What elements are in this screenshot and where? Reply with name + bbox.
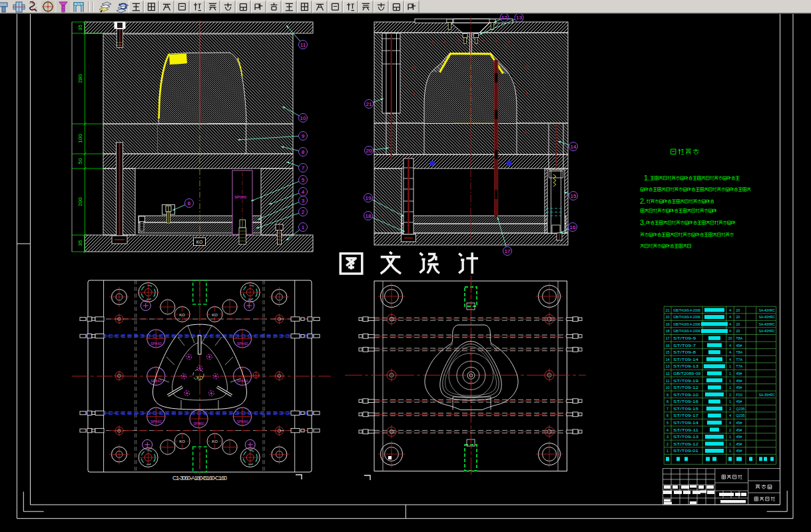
svg-text:1: 1 (729, 442, 731, 446)
svg-text:8: 8 (302, 149, 305, 155)
svg-text:3: 3 (302, 198, 305, 204)
svg-text:5: 5 (667, 421, 669, 425)
svg-text:1: 1 (667, 449, 669, 453)
svg-text:8: 8 (667, 399, 669, 403)
svg-text:4: 4 (729, 350, 731, 354)
svg-text:GB/T2089-09: GB/T2089-09 (673, 372, 700, 376)
svg-text:1: 1 (729, 379, 731, 383)
svg-text:280: 280 (77, 74, 83, 83)
svg-text:45#: 45# (736, 399, 742, 403)
svg-text:17: 17 (666, 336, 670, 340)
svg-text:20: 20 (728, 336, 732, 340)
svg-text:SA-40HRC: SA-40HRC (759, 322, 775, 326)
svg-text:SPA60: SPA60 (150, 379, 162, 383)
svg-text:45#: 45# (736, 372, 742, 376)
svg-text:2: 2 (729, 393, 731, 397)
svg-text:4: 4 (729, 358, 731, 362)
svg-text:7: 7 (667, 407, 669, 411)
svg-text:35: 35 (77, 25, 83, 31)
svg-text:ST/T09-7: ST/T09-7 (673, 344, 696, 348)
svg-text:20: 20 (736, 322, 740, 326)
svg-text:6: 6 (188, 200, 191, 206)
svg-text:KO: KO (196, 376, 202, 380)
svg-text:ST/T09-8: ST/T09-8 (673, 350, 696, 354)
svg-text:45#: 45# (736, 386, 742, 390)
svg-text:1: 1 (729, 399, 731, 403)
svg-text:SPA60: SPA60 (193, 421, 204, 425)
svg-text:17: 17 (505, 248, 511, 254)
svg-text:11: 11 (666, 379, 670, 383)
svg-text:KO: KO (212, 313, 218, 317)
svg-text:4: 4 (667, 428, 669, 432)
svg-text:T8A: T8A (736, 336, 742, 340)
svg-text:45#: 45# (736, 344, 742, 348)
svg-text:ST/T09-17: ST/T09-17 (673, 413, 698, 417)
svg-text:ST/T09-13: ST/T09-13 (673, 435, 698, 439)
svg-text:50: 50 (77, 158, 83, 164)
svg-text:19: 19 (366, 195, 372, 201)
svg-text:4: 4 (302, 189, 305, 195)
svg-text:18: 18 (366, 213, 372, 219)
svg-text:19: 19 (666, 322, 670, 326)
svg-text:7: 7 (302, 165, 305, 171)
svg-text:1: 1 (729, 435, 731, 439)
svg-text:100: 100 (77, 134, 83, 143)
svg-text:GB/T4169.4-2006: GB/T4169.4-2006 (673, 322, 700, 326)
svg-text:45#: 45# (736, 428, 742, 432)
svg-text:SA-40HRC: SA-40HRC (759, 315, 775, 319)
svg-text:21: 21 (666, 308, 670, 312)
svg-text:9: 9 (302, 133, 305, 139)
svg-text:15: 15 (571, 193, 577, 199)
svg-text:SPA60: SPA60 (150, 342, 162, 346)
svg-text:4: 4 (729, 413, 731, 417)
svg-text:9: 9 (667, 393, 669, 397)
svg-text:14: 14 (571, 144, 577, 150)
svg-text:18: 18 (666, 329, 670, 333)
svg-text:ST/T09-9: ST/T09-9 (673, 336, 696, 340)
svg-text:ST/T09-19: ST/T09-19 (673, 379, 698, 383)
svg-text:15: 15 (666, 350, 670, 354)
svg-text:14: 14 (666, 358, 670, 362)
svg-text:1: 1 (729, 386, 731, 390)
svg-text:2: 2 (667, 442, 669, 446)
svg-text:SP060: SP060 (234, 195, 247, 199)
svg-text:20: 20 (736, 315, 740, 319)
svg-text:4: 4 (729, 315, 731, 319)
svg-text:Q235: Q235 (736, 413, 744, 417)
svg-text:20: 20 (736, 308, 740, 312)
svg-text:1: 1 (729, 364, 731, 368)
svg-text:200: 200 (77, 197, 83, 206)
svg-text:ST/T09-14: ST/T09-14 (673, 358, 698, 362)
svg-text:ST/T09-16: ST/T09-16 (673, 399, 698, 403)
svg-text:45#: 45# (736, 449, 742, 453)
svg-text:ST/T09-10: ST/T09-10 (673, 393, 698, 397)
svg-text:45#: 45# (736, 379, 742, 383)
svg-text:10: 10 (300, 115, 306, 121)
svg-text:P20: P20 (736, 393, 742, 397)
svg-text:2: 2 (729, 428, 731, 432)
svg-text:16: 16 (570, 224, 576, 230)
svg-text:10: 10 (666, 386, 670, 390)
svg-text:SA-40HRC: SA-40HRC (759, 329, 775, 333)
svg-text:SPA60: SPA60 (237, 419, 248, 423)
svg-text:SPA60: SPA60 (150, 419, 162, 423)
svg-text:13: 13 (516, 15, 522, 21)
svg-text:13: 13 (666, 364, 670, 368)
svg-text:12: 12 (501, 15, 507, 21)
svg-text:4: 4 (729, 421, 731, 425)
svg-text:4: 4 (729, 308, 731, 312)
svg-text:11: 11 (300, 42, 306, 48)
svg-text:20: 20 (736, 329, 740, 333)
svg-text:1.: 1. (644, 174, 650, 182)
svg-text:ST/T09-12: ST/T09-12 (673, 386, 698, 390)
svg-text:45#: 45# (736, 435, 742, 439)
svg-text:20: 20 (366, 148, 372, 154)
svg-text:6: 6 (667, 413, 669, 417)
svg-text:4: 4 (729, 322, 731, 326)
svg-text:GB/T4169.4-2006: GB/T4169.4-2006 (673, 315, 700, 319)
svg-text:1: 1 (729, 449, 731, 453)
svg-text:SA-40HRC: SA-40HRC (759, 308, 775, 312)
svg-text:1: 1 (729, 372, 731, 376)
svg-text:ST/T09-13: ST/T09-13 (673, 364, 698, 368)
svg-text:ST/T09-11: ST/T09-11 (673, 428, 698, 432)
